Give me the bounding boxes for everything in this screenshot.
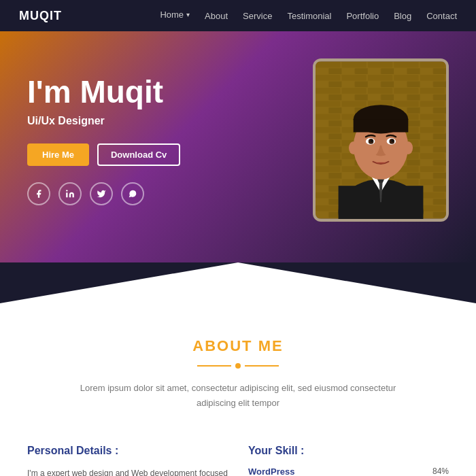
bio-text: I'm a expert web design and Web developm…: [27, 466, 228, 476]
hero-buttons: Hire Me Download Cv: [27, 143, 286, 166]
nav-item-blog[interactable]: Blog: [394, 10, 411, 22]
hero-title: I'm Muqit: [27, 75, 286, 109]
about-body: Lorem ipsum dolor sit amet, consectetur …: [75, 381, 401, 411]
linkedin-icon[interactable]: [58, 182, 82, 205]
social-icons: [27, 182, 286, 205]
nav-link-blog[interactable]: Blog: [394, 11, 411, 21]
svg-point-21: [404, 141, 413, 154]
download-cv-button[interactable]: Download Cv: [97, 143, 180, 166]
hero-section: I'm Muqit Ui/Ux Designer Hire Me Downloa…: [0, 31, 476, 262]
nav-item-service[interactable]: Service: [243, 10, 272, 22]
twitter-icon[interactable]: [90, 182, 113, 205]
about-title: ABOUT ME: [27, 337, 449, 355]
skills-section: Your Skill : WordPress 84% PHP / MYSQL 7…: [248, 445, 449, 476]
nav-link-service[interactable]: Service: [243, 11, 272, 21]
hero-image-wrapper: [313, 58, 449, 222]
svg-point-0: [66, 190, 67, 191]
nav-link-about[interactable]: About: [205, 11, 228, 21]
section-divider: [0, 262, 476, 303]
chevron-down-icon: ▾: [186, 11, 190, 18]
details-skills-section: Personal Details : I'm a expert web desi…: [0, 431, 476, 476]
facebook-icon[interactable]: [27, 182, 50, 205]
nav-link-testimonial[interactable]: Testimonial: [287, 11, 331, 21]
svg-point-19: [391, 139, 394, 142]
skill-item-wordpress: WordPress 84%: [248, 466, 449, 476]
site-logo: MUQIT: [19, 9, 62, 23]
whatsapp-icon[interactable]: [121, 182, 144, 205]
nav-links: Home ▾ About Service Testimonial Portfol…: [160, 10, 457, 22]
skills-heading: Your Skill :: [248, 445, 449, 457]
personal-details: Personal Details : I'm a expert web desi…: [27, 445, 228, 476]
nav-item-portfolio[interactable]: Portfolio: [346, 10, 379, 22]
about-section: ABOUT ME Lorem ipsum dolor sit amet, con…: [0, 303, 476, 431]
skill-name-wordpress: WordPress: [248, 466, 294, 476]
hero-subtitle: Ui/Ux Designer: [27, 115, 286, 127]
skill-percent-wordpress: 84%: [432, 466, 449, 476]
navigation: MUQIT Home ▾ About Service Testimonial P…: [0, 0, 476, 31]
skill-header-wordpress: WordPress 84%: [248, 466, 449, 476]
personal-details-heading: Personal Details :: [27, 445, 228, 457]
nav-link-contact[interactable]: Contact: [426, 11, 457, 21]
divider-line-right: [245, 365, 279, 367]
nav-item-about[interactable]: About: [205, 10, 228, 22]
nav-item-home[interactable]: Home ▾: [160, 10, 190, 22]
divider-line-left: [197, 365, 231, 367]
nav-item-contact[interactable]: Contact: [426, 10, 457, 22]
svg-rect-13: [354, 119, 409, 132]
hire-me-button[interactable]: Hire Me: [27, 143, 89, 166]
svg-point-18: [371, 139, 373, 142]
hero-content: I'm Muqit Ui/Ux Designer Hire Me Downloa…: [27, 75, 286, 205]
nav-link-home[interactable]: Home ▾: [160, 10, 190, 20]
divider-dot: [235, 363, 241, 369]
about-divider: [27, 363, 449, 369]
nav-item-testimonial[interactable]: Testimonial: [287, 10, 331, 22]
profile-image: [313, 58, 449, 222]
svg-point-20: [349, 141, 358, 154]
nav-link-portfolio[interactable]: Portfolio: [346, 11, 379, 21]
